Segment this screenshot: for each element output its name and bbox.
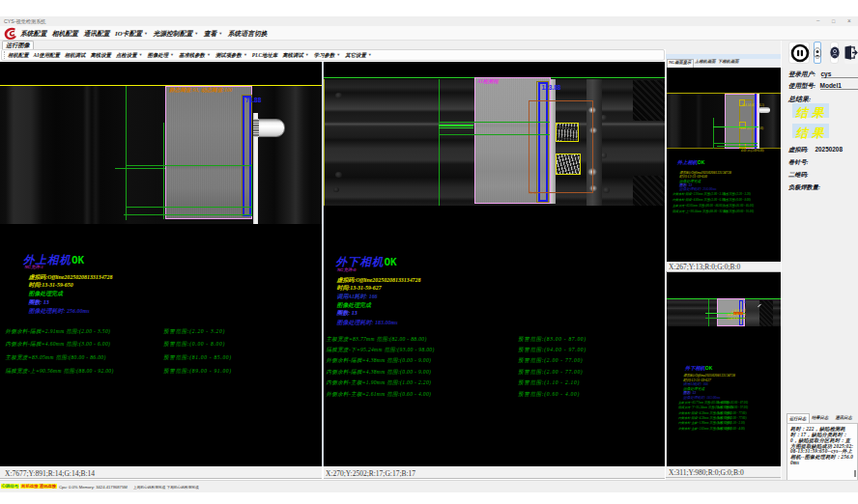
green-hline-1	[126, 165, 252, 166]
menu-main-item-3[interactable]: IO卡配置▼	[115, 29, 148, 39]
tab-connector-hatch	[253, 119, 259, 137]
mini-meas: 预警范围:(83.00 - 87.00)	[717, 401, 748, 405]
log-area[interactable]: 耗时：222，缺陷检测耗时：17，缺陷分类耗时：0，缺陷提取分区耗时：直方图提取…	[786, 423, 858, 487]
preview-column: NG画面显示 上相机画面 下相机画面 W:4.14 (43.1-46.1) 2.…	[666, 41, 781, 491]
preview-tab-lower[interactable]: 下相机画面	[716, 59, 740, 69]
cursor-readout-left: X:7677;Y:891;R:14;G:14;B:14	[5, 469, 95, 478]
preview-panel-upper[interactable]: W:4.14 (43.1-46.1) 2.91 范:(2.00-3.50) 4.…	[667, 68, 781, 262]
camera-image-upper	[0, 85, 322, 224]
pause-button[interactable]	[788, 42, 810, 65]
hatch-top-right	[633, 80, 665, 121]
log-scrollbar-thumb[interactable]	[854, 470, 856, 477]
preview-panel-lower[interactable]: 123.88 主极宽度=83.77 范围:(82-88) 隔膜宽度-下=95.2…	[667, 272, 781, 466]
toolbar-item-0[interactable]: 相机配置	[8, 52, 29, 59]
measurement-warn: 预警范围:(83.00 - 87.00)	[518, 336, 586, 343]
negative-weld-count-label: 负极焊数量:	[788, 183, 820, 192]
preview-tab-ng[interactable]: NG画面显示	[667, 59, 694, 69]
overlay-camera-title: 外下相机OK	[336, 256, 397, 268]
login-user-label: 登录用户:	[788, 70, 815, 79]
weld-box-2	[556, 154, 581, 175]
mini-meas: 预警范围:(89.00 - 91.00)	[723, 210, 754, 213]
menu-main-item-1[interactable]: 相机配置	[52, 29, 78, 39]
reference-line-yellow	[0, 85, 322, 87]
user-outline-icon	[814, 47, 821, 59]
measurement-row: 内侧余料-隔膜=4.38mm 范围:(0.00 - 9.00)	[327, 369, 432, 376]
mini-green-h3	[717, 146, 758, 147]
lower-camera-heartbeat: 下相机心跳检测完成	[167, 485, 199, 490]
measurement-warn: 预警范围:(2.20 - 3.20)	[163, 328, 225, 335]
menu-bar-main-items: 系统配置相机配置通讯配置IO卡配置▼光源控制配置▼查看▼系统语言切换	[20, 29, 268, 39]
blue-box-value: 73.88	[245, 97, 261, 103]
camera-panel-upper[interactable]: 静态阈值:93, 动态阈值:100 73.88 NG允许:1 外上相机OK 虚拟…	[0, 62, 322, 467]
toolbar-item-8[interactable]: PLC地址库	[252, 52, 277, 59]
minimize-button[interactable]: –	[816, 17, 819, 23]
toolbar-item-3[interactable]: 离线设置	[90, 52, 111, 59]
comm-link-status: 通讯连接	[39, 484, 58, 489]
log-tab-run[interactable]: 运行日志	[786, 413, 810, 423]
menu-main-item-2[interactable]: 通讯配置	[83, 29, 109, 39]
menu-main-item-6[interactable]: 系统语言切换	[228, 29, 268, 39]
menu-main-item-5[interactable]: 查看▼	[204, 29, 223, 39]
bottom-white-strip	[0, 492, 858, 504]
tab-run-image-label: 运行图像	[6, 42, 30, 48]
toolbar-item-7[interactable]: 测试项参数▼	[215, 52, 247, 59]
mini-title: 外下相机OK	[685, 365, 712, 371]
camera-title-text: 外下相机	[336, 256, 385, 267]
green-vline-1	[126, 86, 127, 220]
toolbar-item-9[interactable]: 离线调试▼	[282, 52, 309, 59]
mini-title: 外上相机OK	[677, 159, 704, 165]
result-box-1: 结果	[792, 103, 829, 118]
overlay-time-line: 时间:13-31-59-650	[29, 281, 73, 290]
log-tab-result[interactable]: 结果日志	[810, 413, 831, 423]
mini-yellow-line	[667, 93, 781, 94]
log-text: 耗时：222，缺陷检测耗时：17，缺陷分类耗时：0，缺陷提取分区耗时：直方图提取…	[790, 427, 854, 466]
threshold-label: 静态阈值:93, 动态阈值:100	[169, 87, 232, 95]
user-dark-icon	[830, 46, 840, 59]
virtual-code-value: 20250208	[815, 146, 843, 153]
measurement-warn: 预警范围:(89.00 - 91.00)	[163, 368, 232, 375]
preview-tab-upper[interactable]: 上相机画面	[693, 59, 717, 69]
mini-meas: 内侧余料-隔膜=4.60mm 范围:(3.00 - 6.00)	[672, 198, 726, 202]
hatch-bottom-right	[633, 176, 665, 206]
camera-panel-lower[interactable]: AI检测框 123.88 TL:0 NG允许:0 外下相机OK 虚拟码:Offl…	[324, 62, 665, 467]
measure-box-blue	[243, 96, 251, 216]
toolbar-item-6[interactable]: 基准线参数▼	[179, 52, 211, 59]
result-box-2: 结果	[792, 124, 829, 138]
measurement-row: 内侧余料-主极=1.90mm 范围:(1.00 - 2.20)	[327, 379, 432, 386]
measurement-warn: 预警范围:(2.00 - 77.00)	[518, 357, 583, 364]
window-title: CYS-视觉检测系统	[4, 18, 46, 25]
toolbar-grip[interactable]	[4, 51, 6, 59]
login-user-button[interactable]	[814, 42, 822, 64]
mini-meas: 预警范围:(0.60 - 4.00)	[717, 427, 745, 431]
toolbar-item-1[interactable]: AI使用配置	[34, 52, 60, 59]
mini-meas: 预警范围:(1.10 - 2.10)	[717, 421, 745, 425]
toolbar-item-2[interactable]: 相机调试	[65, 52, 86, 59]
blue-box-value: 123.88	[542, 84, 561, 91]
toolbar-item-4[interactable]: 点检设置▼	[116, 52, 143, 59]
mini-meas: 预警范围:(2.00 - 77.00)	[717, 416, 746, 420]
dropdown-arrow-icon: ▼	[194, 31, 198, 36]
close-button[interactable]: ×	[847, 17, 851, 24]
switch-user-button[interactable]	[830, 42, 840, 64]
maximize-button[interactable]: □	[832, 18, 835, 24]
preview-status-lower: X:311;Y:980;R:0;G:0;B:0	[666, 466, 781, 478]
log-tab-comm[interactable]: 通讯日志	[833, 413, 854, 423]
menu-main-item-4[interactable]: 光源控制配置▼	[153, 29, 198, 39]
toolbar-item-5[interactable]: 图像处理▼	[147, 52, 174, 59]
toolbar-item-11[interactable]: 其它设置▼	[345, 52, 372, 59]
exit-button[interactable]	[844, 42, 858, 64]
tab-run-image[interactable]: 运行图像	[2, 41, 34, 49]
toolbar-item-10[interactable]: 学习参数▼	[314, 52, 341, 59]
measurement-row: 外侧余料-隔膜=4.38mm 范围:(0.00 - 9.00)	[327, 357, 432, 364]
measurement-row: 内侧余料-隔膜=4.60mm 范围:(3.00 - 6.00)	[6, 341, 111, 348]
menu-main-item-0[interactable]: 系统配置	[20, 29, 46, 39]
status-strip-mid: X:270;Y:2502;R:17;G:17;B:17	[324, 466, 665, 479]
dropdown-arrow-icon: ▼	[218, 31, 222, 36]
overlay-elapsed-line: 图像处理耗时: 256.00ms	[29, 307, 90, 316]
camera-link-status: 相机连接	[20, 484, 40, 489]
bottom-status-bar: 心跳信号 相机连接 通讯连接 Cpu: 0.0% Memory: 3424.41…	[0, 480, 858, 492]
mini-meas: 外侧余料-隔膜=2.91mm 范围:(2.00 - 3.50)	[672, 192, 726, 196]
dropdown-arrow-icon: ▼	[368, 52, 372, 57]
upper-camera-heartbeat: 上相机心跳检测完成	[133, 485, 165, 490]
measurement-row: 外侧余料-隔膜=2.91mm 范围:(2.00 - 3.50)	[6, 328, 111, 335]
